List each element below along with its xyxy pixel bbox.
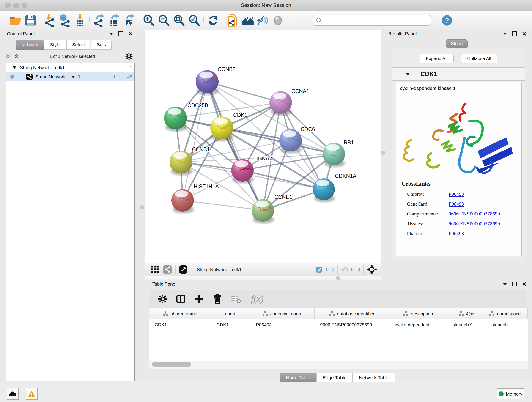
section-node-name: CDK1 [420,70,437,78]
tab-edge-table[interactable]: Edge Table [317,373,353,383]
cloud-button[interactable] [7,388,19,400]
home-icon[interactable] [240,13,255,28]
network-canvas[interactable]: CCNB2CCNA1CDC25BCDK1CDC6RB1CCNB1CCNA2CDK… [146,30,381,263]
node-label-rb1: RB1 [344,140,354,146]
tab-node-table[interactable]: Node Table [280,373,317,383]
tab-sets[interactable]: Sets [91,40,112,50]
node-section-header[interactable]: CDK1 [392,67,525,81]
crosslink-label: GeneCard: [401,201,449,207]
tab-select[interactable]: Select [66,40,91,50]
table-row[interactable]: CDK1 CDK1 P06493 9606.ENSP00000378699 cy… [149,319,528,330]
share-view-icon[interactable] [163,265,172,274]
search-input[interactable] [313,15,431,26]
refresh-icon[interactable] [206,13,221,28]
col-name[interactable]: name [211,308,250,319]
network-row[interactable]: String Network – cdk1 11 48 [6,72,134,81]
zoom-in-icon[interactable] [141,13,156,28]
tab-string[interactable]: String [446,39,467,48]
search-icon [316,17,322,23]
tree-expand-icon[interactable] [13,66,16,69]
zoom-selected-icon[interactable] [186,13,202,28]
tab-style[interactable]: Style [44,40,66,50]
import-table-icon[interactable] [72,13,88,28]
crosslink-link[interactable]: 9606.ENSP00000378699 [449,211,500,217]
window-zoom-button[interactable] [22,2,27,8]
section-collapse-icon[interactable] [406,73,410,75]
export-image-icon[interactable] [122,13,137,28]
string-results-box: Expand All Collapse All CDK1 cyclin-depe… [392,49,525,262]
selected-checkbox-icon[interactable] [316,266,322,273]
panel-close-icon[interactable]: ✕ [128,32,133,36]
table-settings-gear-icon[interactable] [158,294,167,304]
window-title: Session: New Session [0,0,532,11]
col-id[interactable]: @id [447,308,486,319]
tab-network[interactable]: Network [16,40,44,50]
crosslink-label: Pharos: [401,230,449,236]
zoom-fit-icon[interactable] [171,13,186,28]
col-namespace[interactable]: namespace [486,308,528,319]
crosslinks-heading: CrossLinks [401,180,520,187]
table-horizontal-scrollbar[interactable] [149,361,528,369]
export-table-icon[interactable] [107,13,122,28]
col-database-identifier[interactable]: database identifier [315,308,389,319]
expand-all-icon[interactable] [14,54,19,59]
panel-float-icon[interactable] [512,32,517,36]
crosslink-link[interactable]: P06493 [449,230,464,236]
collapse-all-icon[interactable] [5,54,11,59]
help-button[interactable]: ? [442,15,452,26]
import-database-icon[interactable] [57,13,72,28]
crosslinks-section: CrossLinks Uniprot:P06493 GeneCard:P0649… [401,180,520,236]
results-panel-title: Results Panel [388,31,417,36]
crosslink-link[interactable]: P06493 [449,191,464,197]
birds-eye-view-icon[interactable] [179,265,188,274]
node-label-ccnb2: CCNB2 [218,66,235,72]
search-field[interactable] [322,17,421,23]
panel-collapse-icon[interactable] [109,32,114,35]
node-label-cdk1: CDK1 [233,112,247,118]
fit-selected-icon[interactable] [367,264,377,274]
zoom-out-icon[interactable] [156,13,171,28]
open-session-icon[interactable] [8,13,23,28]
document-share-icon[interactable] [225,13,240,28]
panel-close-icon[interactable]: ✕ [522,282,526,286]
crosslink-label: Compartments: [401,211,449,217]
expand-all-button[interactable]: Expand All [419,54,454,63]
panel-float-icon[interactable] [512,282,517,287]
function-builder-icon: f(x) [249,293,269,305]
crosslink-link[interactable]: P06493 [449,201,464,207]
node-label-ccna1: CCNA1 [291,88,309,94]
panel-float-icon[interactable] [119,32,123,36]
import-network-icon[interactable] [42,13,57,28]
col-canonical-name[interactable]: canonical name [250,308,315,319]
eye-icon[interactable] [270,13,285,28]
gear-icon[interactable] [125,52,133,60]
col-description[interactable]: description [389,308,447,319]
network-collection-row[interactable]: String Network – cdk1 1 [6,63,134,72]
grid-view-icon[interactable] [151,265,159,274]
export-network-icon[interactable] [92,13,107,28]
panel-close-icon[interactable]: ✕ [522,32,526,36]
memory-button[interactable]: Memory [497,389,524,400]
left-splitter-handle[interactable] [140,205,144,210]
crosslink-link[interactable]: 9606.ENSP00000378699 [449,221,500,227]
selected-counts: 1 - 0 [325,267,334,272]
results-panel: Results Panel ✕ String Expand All Collap… [384,30,530,277]
show-columns-icon[interactable] [176,294,186,304]
add-column-icon[interactable] [194,294,204,304]
collapse-all-button[interactable]: Collapse All [461,54,497,63]
node-table[interactable]: shared name name canonical name database… [149,308,528,369]
tab-network-table[interactable]: Network Table [353,373,395,383]
warning-button[interactable] [26,388,38,400]
window-close-button[interactable] [5,2,11,8]
delete-column-trash-icon[interactable] [212,294,222,304]
scrollbar-thumb[interactable] [152,362,191,367]
window-minimize-button[interactable] [13,2,19,8]
horizontal-splitter[interactable] [146,276,381,280]
table-panel: Table Panel ✕ f(x) shared name name cano… [146,280,530,385]
panel-collapse-icon[interactable] [503,32,507,35]
save-session-icon[interactable] [23,13,38,28]
panel-collapse-icon[interactable] [503,283,507,285]
col-shared-name[interactable]: shared name [149,308,211,319]
svg-text:f(x): f(x) [251,294,264,304]
eye-slash-icon[interactable] [255,13,270,28]
